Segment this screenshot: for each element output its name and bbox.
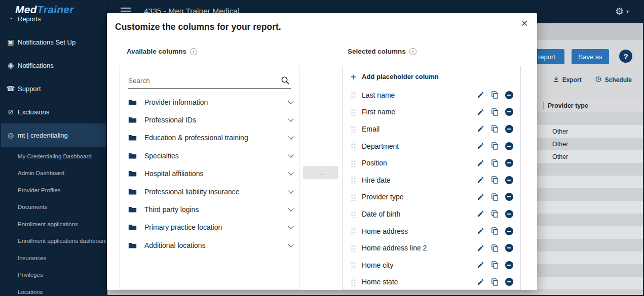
remove-column-button[interactable] — [505, 210, 513, 218]
sidebar-subitem-documents[interactable]: Documents — [1, 199, 106, 216]
available-group-row[interactable]: Provider information — [120, 93, 299, 111]
available-group-row[interactable]: Primary practice location — [120, 219, 299, 236]
available-group-row[interactable]: Professional liability insurance — [120, 183, 299, 200]
edit-column-button[interactable] — [477, 210, 484, 218]
copy-column-button[interactable] — [491, 159, 499, 167]
remove-column-button[interactable] — [505, 193, 513, 201]
selected-column-row: Home state — [343, 274, 520, 290]
edit-column-button[interactable] — [477, 142, 484, 150]
settings-button[interactable]: ⚙ ▾ — [615, 6, 629, 17]
sidebar-subitem-enrollment-applications-dashboard[interactable]: Enrollment applications dashboard — [1, 233, 106, 250]
copy-column-button[interactable] — [491, 210, 499, 218]
remove-column-button[interactable] — [505, 278, 513, 286]
edit-column-button[interactable] — [477, 108, 484, 116]
drag-handle-icon[interactable] — [351, 244, 356, 252]
chevron-down-icon[interactable] — [288, 205, 293, 211]
copy-column-button[interactable] — [491, 261, 499, 269]
edit-column-button[interactable] — [477, 125, 484, 133]
sidebar-item-notifications-set-up[interactable]: ▣Notifications Set Up — [1, 30, 106, 54]
sidebar-subitem-admin-dashboard[interactable]: Admin Dashboard — [1, 165, 106, 182]
sidebar-item-reports[interactable]: ◔Reports — [1, 7, 106, 30]
drag-handle-icon[interactable] — [351, 193, 356, 201]
search-input[interactable] — [128, 73, 278, 88]
selected-columns-panel: + Add placeholder column Last nameFirst … — [342, 66, 521, 290]
remove-column-button[interactable] — [505, 125, 513, 133]
drag-handle-icon[interactable] — [351, 125, 356, 133]
edit-column-button[interactable] — [477, 227, 484, 235]
chevron-down-icon[interactable] — [288, 188, 293, 193]
sidebar-item-support[interactable]: ☎Support — [1, 77, 106, 100]
copy-column-button[interactable] — [491, 278, 499, 286]
drag-handle-icon[interactable] — [351, 91, 356, 99]
remove-column-button[interactable] — [505, 244, 513, 252]
add-placeholder-column-button[interactable]: + Add placeholder column — [343, 66, 520, 87]
copy-column-button[interactable] — [491, 176, 499, 184]
copy-column-button[interactable] — [491, 244, 499, 252]
chevron-down-icon[interactable] — [288, 224, 293, 229]
copy-column-button[interactable] — [491, 142, 499, 150]
schedule-button[interactable]: Schedule — [595, 76, 632, 84]
sidebar-item-notifications[interactable]: ◉Notifications — [1, 54, 106, 77]
drag-handle-icon[interactable] — [351, 278, 356, 286]
available-group-row[interactable]: Education & professional training — [120, 129, 299, 147]
sidebar-subitem-my-credentialing-dashboard[interactable]: My Credentialing Dashboard — [1, 148, 106, 165]
edit-column-button[interactable] — [477, 244, 484, 252]
chevron-down-icon[interactable] — [288, 116, 293, 121]
copy-column-button[interactable] — [491, 108, 499, 116]
chevron-down-icon[interactable] — [288, 152, 293, 157]
copy-column-button[interactable] — [491, 193, 499, 201]
move-right-button[interactable]: → — [303, 166, 338, 179]
selected-column-label: Last name — [362, 91, 395, 99]
remove-column-button[interactable] — [505, 142, 513, 150]
app-window: MedTrainer ◔Reports▣Notifications Set Up… — [0, 0, 644, 296]
drag-handle-icon[interactable] — [351, 108, 356, 116]
remove-column-button[interactable] — [505, 176, 513, 184]
info-icon[interactable]: i — [409, 48, 416, 55]
help-button[interactable]: ? — [619, 50, 632, 63]
search-icon[interactable] — [281, 76, 290, 87]
sidebar-subitem-locations[interactable]: Locations — [1, 283, 106, 295]
sidebar-item-mt-credentialing[interactable]: ◎mt | credentialing — [1, 123, 106, 147]
chevron-down-icon[interactable] — [288, 134, 293, 140]
available-group-row[interactable]: Hospital affiliations — [120, 165, 299, 183]
edit-column-button[interactable] — [477, 159, 484, 167]
remove-column-button[interactable] — [505, 108, 513, 116]
sidebar-subitem-insurances[interactable]: Insurances — [1, 249, 106, 267]
edit-column-button[interactable] — [477, 91, 484, 99]
save-as-button[interactable]: Save as — [572, 49, 609, 64]
drag-handle-icon[interactable] — [351, 176, 356, 184]
chevron-down-icon[interactable] — [288, 241, 293, 247]
available-group-row[interactable]: Specialties — [120, 147, 299, 164]
sidebar-item-exclusions[interactable]: ⊘Exclusions — [1, 100, 106, 123]
available-group-row[interactable]: Additional locations — [120, 236, 299, 254]
sidebar-subitem-provider-profiles[interactable]: Provider Profiles — [1, 182, 106, 199]
drag-handle-icon[interactable] — [351, 261, 356, 269]
copy-column-button[interactable] — [491, 125, 499, 133]
close-icon[interactable]: × — [521, 17, 528, 29]
chevron-down-icon[interactable] — [288, 98, 293, 104]
edit-column-button[interactable] — [477, 261, 484, 269]
export-button[interactable]: Export — [553, 76, 582, 84]
remove-column-button[interactable] — [505, 159, 513, 167]
modal-title: Customize the columns for your report. — [115, 22, 281, 32]
sidebar-subitem-privileges[interactable]: Privileges — [1, 267, 106, 284]
remove-column-button[interactable] — [505, 227, 513, 235]
info-icon[interactable]: i — [190, 48, 197, 55]
remove-column-button[interactable] — [505, 261, 513, 269]
edit-column-button[interactable] — [477, 278, 484, 286]
available-group-row[interactable]: Third party logins — [120, 200, 299, 218]
remove-column-button[interactable] — [505, 91, 513, 99]
sidebar-subitem-enrollment-applications[interactable]: Enrollment applications — [1, 216, 106, 233]
edit-column-button[interactable] — [477, 193, 484, 201]
copy-column-button[interactable] — [491, 91, 499, 99]
edit-column-button[interactable] — [477, 176, 484, 184]
copy-column-button[interactable] — [491, 227, 499, 235]
drag-handle-icon[interactable] — [351, 227, 356, 235]
drag-handle-icon[interactable] — [351, 142, 356, 150]
chevron-down-icon[interactable] — [288, 170, 293, 176]
drag-handle-icon[interactable] — [351, 159, 356, 167]
drag-handle-icon[interactable] — [351, 210, 356, 218]
notifications-setup-icon: ▣ — [5, 38, 16, 46]
sidebar-menu: ◔Reports▣Notifications Set Up◉Notificati… — [1, 7, 106, 147]
available-group-row[interactable]: Professional IDs — [120, 111, 299, 129]
